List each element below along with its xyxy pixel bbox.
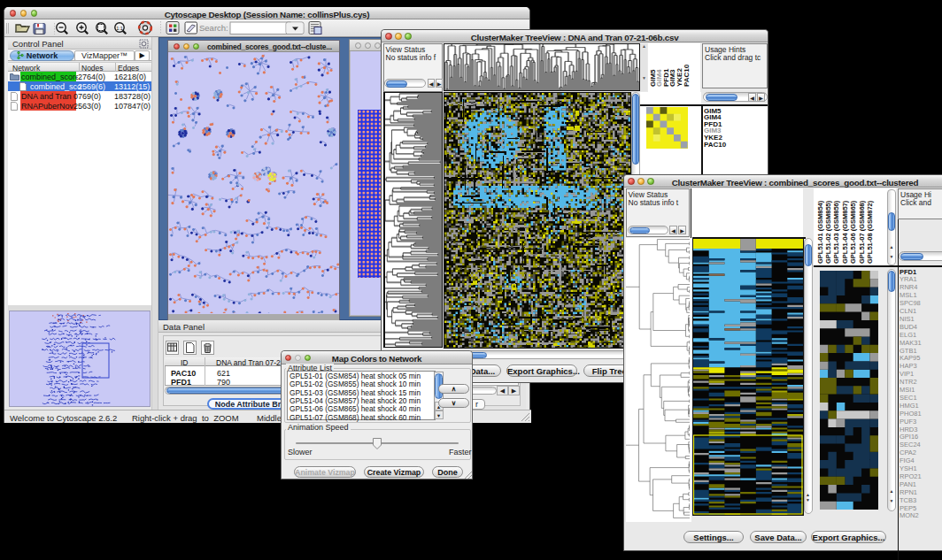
svg-text:Search:: Search: bbox=[199, 23, 228, 33]
svg-text:1:1: 1:1 bbox=[116, 26, 123, 31]
